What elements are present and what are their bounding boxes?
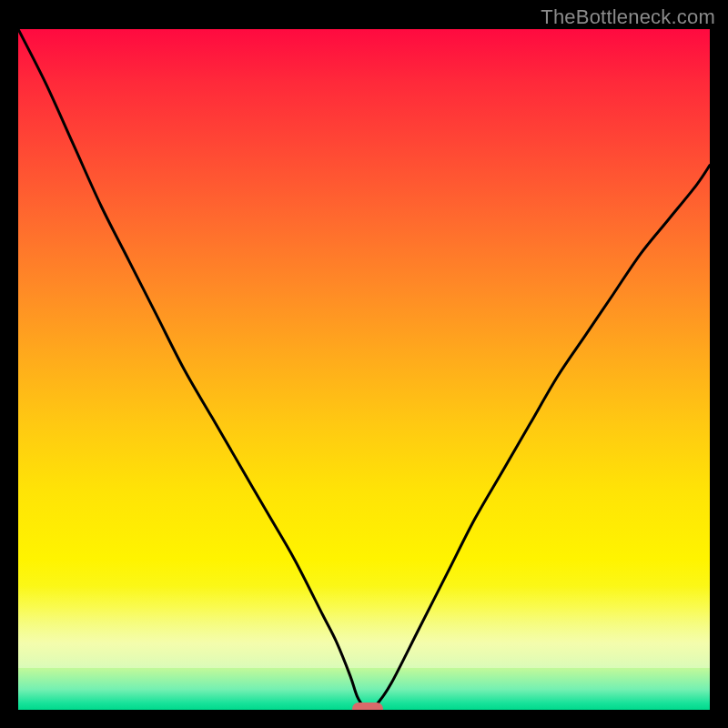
- watermark-text: TheBottleneck.com: [541, 5, 715, 29]
- chart-frame: TheBottleneck.com: [0, 0, 728, 728]
- curve-svg: [18, 29, 710, 710]
- minimum-marker: [352, 703, 383, 711]
- plot-area: [18, 29, 710, 710]
- bottleneck-curve: [18, 29, 710, 709]
